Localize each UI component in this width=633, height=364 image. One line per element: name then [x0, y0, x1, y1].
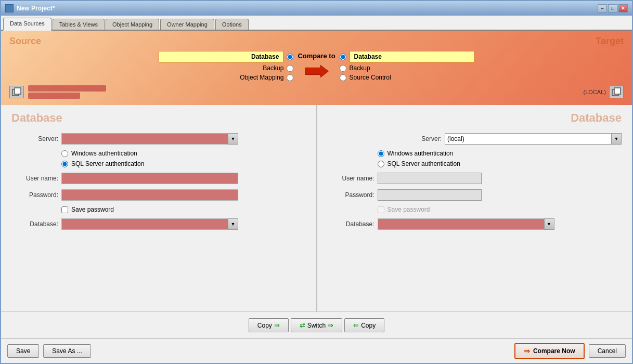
- source-server-dropdown[interactable]: ▼: [228, 133, 238, 145]
- source-server-row: Server: ▼: [11, 133, 306, 145]
- source-backup-label: Backup: [263, 64, 283, 72]
- target-database-row: Database: ▼: [328, 218, 622, 230]
- source-windows-auth-radio[interactable]: [61, 150, 68, 157]
- target-server-dropdown[interactable]: ▼: [611, 133, 622, 145]
- connection-row: (LOCAL): [5, 83, 628, 101]
- copy-right-button[interactable]: ⇐ Copy: [344, 318, 384, 332]
- target-username-row: User name:: [328, 173, 622, 184]
- window-title: New Project*: [17, 5, 55, 12]
- source-save-password-label: Save password: [71, 206, 114, 213]
- cancel-button[interactable]: Cancel: [589, 344, 626, 358]
- target-connection-icon[interactable]: [609, 86, 624, 98]
- target-auth-group: Windows authentication SQL Server authen…: [378, 150, 622, 167]
- switch-icon: ⇄: [300, 321, 305, 329]
- source-database-redacted: [61, 218, 228, 230]
- source-windows-auth-label: Windows authentication: [71, 150, 137, 157]
- copy-right-icon: ⇐: [353, 321, 359, 329]
- source-name-redacted-1: [28, 85, 106, 92]
- target-password-input[interactable]: [378, 189, 482, 201]
- source-server-redacted: [61, 133, 228, 145]
- target-backup-radio[interactable]: [340, 65, 346, 72]
- source-server-input-group: ▼: [61, 133, 238, 145]
- copy-right-label: Copy: [361, 322, 376, 329]
- source-sourcecontrol-label: Object Mapping: [240, 74, 283, 81]
- copy-left-label: Copy: [257, 322, 272, 329]
- copy-left-button[interactable]: Copy ⇒: [249, 318, 289, 332]
- source-backup-option: Backup: [263, 64, 293, 72]
- save-label: Save: [16, 347, 30, 355]
- target-save-password-checkbox[interactable]: [378, 206, 384, 213]
- compare-now-button[interactable]: ⇒ Compare Now: [514, 343, 585, 359]
- target-windows-auth-row: Windows authentication: [378, 150, 622, 157]
- target-database-input[interactable]: [350, 51, 474, 62]
- compare-center: Compare to: [298, 52, 335, 81]
- source-username-row: User name:: [11, 173, 306, 184]
- source-database-option: [159, 51, 293, 62]
- target-connection-area: (LOCAL): [584, 86, 624, 98]
- svg-rect-4: [614, 88, 621, 94]
- target-database-radio[interactable]: [340, 54, 346, 60]
- source-username-label: User name:: [11, 175, 58, 182]
- source-connection-icon[interactable]: [9, 86, 24, 98]
- target-sql-auth-radio[interactable]: [378, 161, 384, 167]
- target-database-dropdown[interactable]: ▼: [544, 218, 554, 230]
- source-database-radio[interactable]: [287, 54, 293, 60]
- main-window: New Project* – □ ✕ Data Sources Tables &…: [0, 0, 633, 364]
- target-username-label: User name:: [328, 175, 374, 182]
- tab-bar: Data Sources Tables & Views Object Mappi…: [1, 16, 632, 31]
- compare-row: Backup Object Mapping Compare to: [5, 51, 628, 81]
- close-button[interactable]: ✕: [618, 4, 628, 12]
- source-database-row: Database: ▼: [11, 218, 306, 230]
- source-save-password-row: Save password: [61, 206, 306, 213]
- minimize-button[interactable]: –: [598, 4, 607, 12]
- copy-icon-right: [611, 87, 622, 97]
- compare-now-label: Compare Now: [533, 347, 575, 355]
- target-windows-auth-radio[interactable]: [378, 150, 384, 157]
- save-button[interactable]: Save: [7, 344, 39, 358]
- source-header-label: Source: [9, 36, 41, 47]
- tab-tables-views[interactable]: Tables & Views: [53, 19, 105, 30]
- switch-button[interactable]: ⇄ Switch ⇒: [291, 318, 342, 332]
- source-auth-group: Windows authentication SQL Server authen…: [61, 150, 306, 167]
- source-database-input-group: ▼: [61, 218, 238, 230]
- target-username-input[interactable]: [378, 173, 482, 184]
- target-password-row: Password:: [328, 189, 622, 201]
- source-panel: Database Server: ▼ Windows authenticatio…: [1, 105, 316, 311]
- source-save-password-checkbox[interactable]: [61, 206, 68, 213]
- maximize-button[interactable]: □: [608, 4, 617, 12]
- tab-owner-mapping[interactable]: Owner Mapping: [160, 19, 214, 30]
- footer-left-buttons: Save Save As ...: [7, 344, 91, 358]
- cancel-label: Cancel: [598, 347, 617, 355]
- tab-options[interactable]: Options: [215, 19, 249, 30]
- footer-right-buttons: ⇒ Compare Now Cancel: [514, 343, 626, 359]
- target-panel-title: Database: [328, 111, 622, 125]
- source-backup-radio[interactable]: [287, 65, 293, 72]
- bottom-buttons-bar: Copy ⇒ ⇄ Switch ⇒ ⇐ Copy: [1, 311, 632, 339]
- tab-object-mapping[interactable]: Object Mapping: [106, 19, 159, 30]
- target-header-label: Target: [596, 36, 624, 47]
- source-database-input[interactable]: [159, 51, 283, 62]
- footer-bar: Save Save As ... ⇒ Compare Now Cancel: [1, 339, 632, 363]
- target-server-row: Server: ▼: [328, 133, 622, 145]
- save-as-button[interactable]: Save As ...: [43, 344, 91, 358]
- source-sourcecontrol-radio[interactable]: [287, 74, 293, 81]
- source-username-redacted: [61, 173, 238, 184]
- target-sourcecontrol-label: Source Control: [350, 74, 391, 81]
- app-icon: [5, 4, 14, 12]
- target-sourcecontrol-option: Source Control: [340, 74, 391, 81]
- source-database-label: Database:: [11, 220, 58, 228]
- svg-marker-0: [306, 65, 329, 77]
- target-server-label: Server:: [395, 135, 442, 142]
- source-database-dropdown[interactable]: ▼: [228, 218, 238, 230]
- target-server-input[interactable]: [445, 133, 611, 145]
- target-save-password-row: Save password: [378, 206, 622, 213]
- target-database-redacted: [378, 218, 544, 230]
- source-sql-auth-label: SQL Server authentication: [71, 160, 144, 167]
- source-server-label: Server:: [11, 135, 58, 142]
- source-panel-title: Database: [11, 111, 306, 125]
- target-save-password-label: Save password: [387, 206, 430, 213]
- source-sql-auth-radio[interactable]: [61, 161, 68, 167]
- target-sourcecontrol-radio[interactable]: [340, 74, 346, 81]
- tab-data-sources[interactable]: Data Sources: [3, 18, 51, 31]
- source-target-labels: Source Target: [5, 35, 628, 48]
